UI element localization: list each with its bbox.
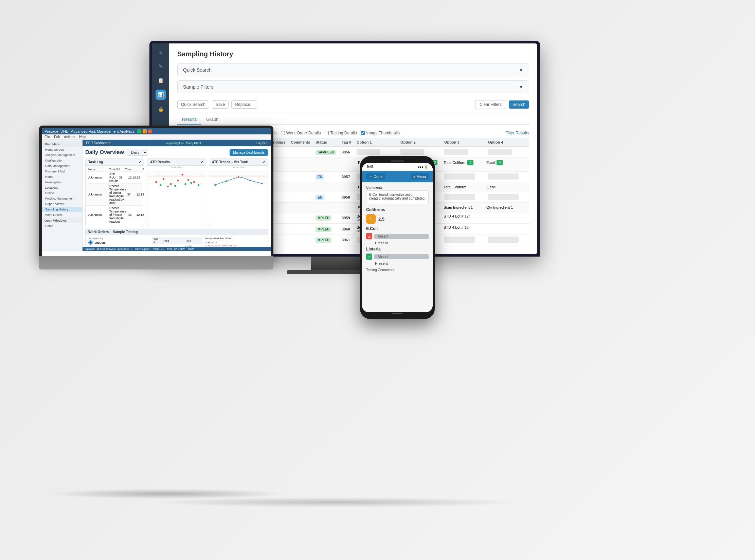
opt4-3957: E.coli	[486, 185, 525, 189]
menu-icon: ≡	[413, 174, 415, 179]
svg-point-7	[170, 183, 172, 185]
comments-textarea[interactable]: E.Coli found, corrective action created …	[366, 190, 429, 204]
sidebar-item-document[interactable]: Document Mgt	[42, 169, 82, 174]
sidebar-home-icon[interactable]: ⌂	[156, 47, 166, 57]
testing-details-checkbox-label[interactable]: Testing Details	[325, 131, 357, 135]
menu-file[interactable]: File	[44, 135, 50, 139]
quick-search-header[interactable]: Quick Search ▼	[178, 64, 529, 76]
sidebar-item-work-orders[interactable]: Work Orders	[42, 212, 82, 218]
atp-results-title: ATP Results	[150, 160, 170, 164]
ecoli-present-label[interactable]: Present	[366, 241, 388, 245]
ecoli-absent-option[interactable]: Absent	[374, 234, 429, 239]
laptop-container: Presage_UNL - Advanced Risk Management A…	[39, 126, 273, 269]
phone-back-button[interactable]: ← Done	[366, 173, 385, 180]
svg-point-6	[163, 178, 164, 180]
search-button[interactable]: Search	[509, 100, 529, 109]
task-row-1[interactable]: AJohnson ATP RLU results 35 12:13:23 202…	[87, 172, 143, 184]
sample-filters-header[interactable]: Sample Filters ▼	[178, 81, 529, 93]
atp-results-svg: Samples Taken	[147, 166, 206, 189]
work-orders-table: WO # Type Title 1055 Work Order	[152, 237, 202, 247]
phone-menu-button[interactable]: ≡ Menu	[411, 173, 429, 180]
listeria-present-row: Present	[366, 261, 429, 265]
work-orders-title[interactable]: Work Orders	[88, 230, 109, 234]
minimize-button[interactable]: -	[137, 129, 141, 133]
sidebar-item-investigation[interactable]: Investigation	[42, 180, 82, 185]
task-log-expand-icon[interactable]: ⤢	[139, 160, 141, 164]
wo-filter-form: Sampled By support Assigned to	[88, 237, 149, 247]
replace-button[interactable]: Replace...	[231, 100, 257, 109]
logout-link[interactable]: Log Out	[256, 142, 267, 145]
app-titlebar: Presage_UNL - Advanced Risk Management A…	[42, 128, 271, 134]
menu-actions[interactable]: Actions	[64, 135, 75, 139]
widget-atp-trends-header: ATP Trends - Mix Tank ⤢	[209, 159, 268, 166]
sidebar-item-home-screen[interactable]: Home Screen	[42, 147, 82, 152]
app-body: Main Menu Home Screen Analysis Managemen…	[42, 140, 271, 251]
close-button[interactable]: ✕	[148, 129, 152, 133]
radio-support[interactable]	[88, 240, 93, 245]
phone-notch-area	[362, 160, 433, 163]
col-comments: Comments	[288, 138, 313, 147]
sample-filters-section: Sample Filters ▼	[177, 80, 529, 93]
menu-edit[interactable]: Edit	[54, 135, 60, 139]
menu-label: Menu	[416, 174, 426, 179]
sidebar-item-data-mgmt[interactable]: Data Management	[42, 163, 82, 169]
cell-tag: 3956	[339, 147, 354, 158]
sidebar-item-home-link[interactable]: Home	[42, 223, 82, 229]
task-row-3[interactable]: AJohnson Record Temperature of freezer f…	[87, 206, 143, 224]
atp-trends-title: ATP Trends - Mix Tank	[212, 160, 248, 164]
filter-results-link[interactable]: Filter Results	[505, 131, 529, 135]
phone-navbar: ← Done ≡ Menu	[362, 171, 433, 182]
sidebar-item-analysis-mgmt[interactable]: Analysis Management	[42, 152, 82, 158]
col-option1: Option 1	[354, 138, 398, 147]
sample-testing-tab[interactable]: Sample Testing	[113, 230, 138, 234]
sampled-by-group: Sampled By support	[88, 237, 149, 245]
col-status: Status	[313, 138, 339, 147]
widget-task-log-header: Task Log ⤢	[86, 159, 144, 166]
svg-text:Samples Taken: Samples Taken	[170, 166, 182, 168]
wo-row-1[interactable]: 1055 Work Order Daily Startup Checklist	[152, 244, 202, 247]
laptop-inner: Presage_UNL - Advanced Risk Management A…	[42, 128, 271, 257]
tab-results[interactable]: Results	[177, 115, 201, 125]
clear-filters-button[interactable]: Clear Filters	[475, 100, 506, 109]
menu-help[interactable]: Help	[79, 135, 86, 139]
coliforms-result-row: ! 2.5	[366, 214, 429, 224]
save-button[interactable]: Save	[212, 100, 229, 109]
listeria-absent-option[interactable]: Absent	[374, 254, 429, 259]
work-orders-section: Work Orders Sample Testing Sampled By	[85, 229, 268, 247]
cell-opt3	[442, 147, 485, 158]
work-order-details-checkbox[interactable]	[281, 131, 285, 135]
results-tabs: Results Graph	[177, 115, 529, 125]
sidebar-chart-icon[interactable]: 📊	[156, 90, 166, 100]
dashboard-dropdown[interactable]: Daily	[127, 149, 148, 156]
atp-trends-expand-icon[interactable]: ⤢	[262, 160, 265, 164]
phone-signal-battery: ●●● 🔋	[418, 165, 428, 169]
maximize-button[interactable]: □	[143, 129, 147, 133]
scheduled-row-1: 3/31/2022	[205, 241, 268, 244]
sidebar-item-product[interactable]: Product Management	[42, 196, 82, 201]
manage-dashboards-button[interactable]: Manage Dashboards	[230, 149, 268, 156]
sidebar-item-locations[interactable]: Locations	[42, 185, 82, 190]
tab-graph[interactable]: Graph	[201, 115, 223, 125]
image-thumbnails-checkbox-label[interactable]: Image Thumbnails	[361, 131, 400, 135]
sidebar-item-home[interactable]: Home	[42, 174, 82, 180]
sidebar-item-online[interactable]: Online	[42, 190, 82, 196]
listeria-section-label: Listeria	[366, 247, 429, 251]
task-row-2[interactable]: AJohnson Record Temperature of cooler fr…	[87, 184, 143, 206]
sidebar-item-report[interactable]: Report Viewer	[42, 201, 82, 207]
home-indicator[interactable]	[392, 313, 402, 314]
sidebar-lock-icon[interactable]: 🔒	[156, 104, 166, 114]
support-link[interactable]: support@UNL Dairy Plant	[166, 142, 201, 145]
listeria-present-label[interactable]: Present	[366, 261, 388, 265]
dashboard-area: Daily Overview Daily Manage Dashboards	[83, 146, 271, 247]
sidebar-item-sampling[interactable]: Sampling History	[42, 207, 82, 212]
laptop-screen: Presage_UNL - Advanced Risk Management A…	[39, 126, 273, 260]
testing-details-checkbox[interactable]	[325, 131, 329, 135]
sidebar-edit-icon[interactable]: ✎	[156, 61, 166, 71]
sidebar-clipboard-icon[interactable]: 📋	[156, 75, 166, 86]
quick-search-button[interactable]: Quick Search	[177, 100, 209, 109]
atp-results-expand-icon[interactable]: ⤢	[200, 160, 203, 164]
phone-screen: 9:41 ●●● 🔋 ← Done ≡ Menu Comments: E	[362, 163, 433, 312]
work-order-details-checkbox-label[interactable]: Work Order Details	[281, 131, 321, 135]
image-thumbnails-checkbox[interactable]	[361, 131, 365, 135]
sidebar-item-configuration[interactable]: Configuration	[42, 158, 82, 163]
